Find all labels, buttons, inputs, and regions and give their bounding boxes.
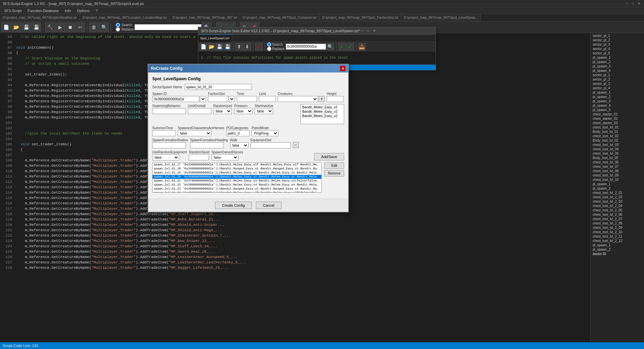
sidebar-item[interactable]: pl_spawn_3	[591, 99, 643, 103]
limit-overall-input[interactable]	[188, 108, 211, 114]
tab-map997[interactable]: D:\project_map_997\map_997\map_997.txt	[170, 14, 240, 21]
use-random-select[interactable]: falsetrue	[152, 154, 179, 160]
search-input[interactable]	[135, 24, 202, 30]
spawn-list-item[interactable]: spawn_lvl_01_21 '0x37000000000d1a'|||Ban…	[153, 179, 321, 183]
spawn-list-item[interactable]: spawn_lvl_01_24 '0x40000000000d1a'|||Ban…	[153, 191, 321, 193]
compile-button[interactable]: 🔨	[45, 22, 55, 32]
sidebar-item[interactable]: chest_starter_01	[591, 112, 643, 116]
faction-slot-dropdown[interactable]: ▼	[229, 96, 235, 102]
sidebar-item[interactable]: sector_pl_1	[591, 34, 643, 38]
sidebar-item[interactable]: pl_spawn_2	[591, 247, 643, 252]
inner-new[interactable]: 📄	[200, 43, 207, 50]
run-button[interactable]: ▶	[55, 22, 65, 32]
dialog-close-button[interactable]: ✕	[340, 66, 345, 71]
sidebar-item[interactable]: pl_spawn_4	[591, 68, 643, 73]
sidebar-item[interactable]: chest_starter_02	[591, 116, 643, 121]
new-file-button[interactable]: 📄	[1, 22, 11, 32]
undo-button[interactable]: ↩	[75, 22, 85, 32]
spawn-list-item-selected[interactable]: spawn_lvl_01_20 '0x36000000000d1a'|||Ban…	[153, 175, 321, 179]
sidebar-item[interactable]: chest_loot_lvl_05	[591, 151, 643, 156]
sector-spawn-name-input[interactable]	[185, 84, 252, 90]
delete-button[interactable]: 🗑	[89, 22, 99, 32]
sidebar-item[interactable]: chest_starter_03	[591, 121, 643, 125]
inner-open[interactable]: 📂	[208, 43, 215, 50]
sidebar-item[interactable]: pl_spawn_1	[591, 182, 643, 186]
sidebar-item[interactable]: sector_pl_1	[591, 73, 643, 77]
sidebar-item[interactable]: chest_loot_lvl_2_01	[591, 191, 643, 195]
inner-search-go[interactable]: 🔍	[327, 43, 334, 50]
sidebar-item[interactable]: sector_pl_4	[591, 86, 643, 90]
time-input[interactable]	[237, 96, 257, 102]
maximize-button[interactable]: □	[631, 1, 635, 6]
inner-maximize[interactable]: □	[366, 29, 371, 33]
sidebar-item[interactable]: chest_loot_lvl_2_04	[591, 204, 643, 208]
inner-check[interactable]: ✓	[338, 43, 346, 50]
spawn-list-item[interactable]: spawn_lvl_01_17 '0x33000000000d1a'|||Ban…	[153, 163, 321, 167]
inner-minimize[interactable]: ─	[360, 29, 365, 33]
edit-button[interactable]: Edit	[324, 162, 344, 169]
menu-function-database[interactable]: Function-Database	[25, 8, 61, 13]
sidebar-item[interactable]: Body_loot_lvl_01	[591, 130, 643, 134]
spawn-id-dropdown[interactable]: ▼	[200, 96, 206, 102]
sidebar-item[interactable]: chest_loot_lvl_2_08	[591, 221, 643, 226]
limit-input[interactable]	[259, 96, 276, 102]
sidebar-item[interactable]: chest_loot_lvl_06	[591, 160, 643, 164]
equipment-set-input[interactable]	[251, 142, 291, 148]
inner-save2[interactable]: 💾	[224, 43, 231, 50]
menu-sf3-script[interactable]: SF3-Script	[1, 8, 24, 13]
search-radio[interactable]	[116, 23, 120, 27]
inner-close[interactable]: ✕	[372, 29, 377, 33]
create-config-button[interactable]: Create Config	[215, 202, 252, 209]
save-all-button[interactable]: 💾	[32, 22, 41, 32]
formation-heading-input[interactable]	[190, 142, 224, 148]
sidebar-item[interactable]: chest_loot_lvl_2_11	[591, 234, 643, 239]
sidebar-item[interactable]: sector_pl_2	[591, 38, 643, 42]
sidebar-item[interactable]: chest_loot_lvl_02	[591, 134, 643, 138]
sidebar-item[interactable]: pl_spawn_2	[591, 186, 643, 191]
sidebar-item[interactable]: sector_pl_3	[591, 42, 643, 47]
creatures-dropdown[interactable]	[278, 96, 318, 102]
stop-button[interactable]: ⏹	[65, 22, 75, 32]
remove-button[interactable]: Remove	[324, 170, 344, 177]
tab-location[interactable]: D:\project_map_997\map_997\Location_Loca…	[80, 14, 170, 21]
inner-search-input[interactable]	[286, 44, 326, 50]
sidebar-item[interactable]: chest_loot_lvl_10	[591, 178, 643, 182]
menu-help[interactable]: ?	[93, 8, 100, 13]
sidebar-item[interactable]: chest_loot_lvl_08	[591, 169, 643, 173]
sidebar-item[interactable]: pl_spawn_5	[591, 108, 643, 112]
sidebar-item[interactable]: chest_loot_lvl_2_03	[591, 199, 643, 204]
tab-spot-container[interactable]: D:\project_map_997\map_997\Spot_Containe…	[240, 14, 320, 21]
spawn-list-item[interactable]: spawn_lvl_01_18 '0x34000000000d1a'|||Ban…	[153, 167, 321, 171]
random-seed-input[interactable]	[189, 154, 209, 160]
sidebar-item[interactable]: sector_pl_4	[591, 47, 643, 51]
patrol-select[interactable]: PingPongLoop	[252, 130, 278, 136]
sidebar-item[interactable]: Body_loot_lvl_02	[591, 138, 643, 143]
inner-save[interactable]: 💾	[216, 43, 223, 50]
sidebar-item[interactable]: chest_loot_lvl_2_05	[591, 208, 643, 212]
menu-info[interactable]: Info	[62, 8, 73, 13]
tab-spot-faction[interactable]: D:\project_map_997\map_997\Spot_FactionS…	[319, 14, 401, 21]
sidebar-item[interactable]: pl_spawn_1	[591, 243, 643, 247]
window-controls[interactable]: ─ □ ✕	[625, 1, 641, 6]
add-save-button[interactable]: Add/Save	[314, 153, 344, 160]
sidebar-item[interactable]: pl_spawn_2	[591, 95, 643, 99]
inner-export[interactable]: 📤	[358, 43, 366, 50]
summon-time-input[interactable]	[152, 130, 176, 136]
sidebar-item[interactable]: chest_loot_lvl_2_02	[591, 195, 643, 199]
sidebar-item[interactable]: chest_loot_lvl_09	[591, 173, 643, 178]
minimize-button[interactable]: ─	[625, 1, 629, 6]
open-button[interactable]: 📂	[11, 22, 21, 32]
spawn-list-item[interactable]: spawn_lvl_01_19 '0x35000000000d1a'|||Ban…	[153, 171, 321, 175]
sidebar-item[interactable]: sector DI	[591, 252, 643, 256]
sidebar-item[interactable]: chest_loot_lvl_2_10	[591, 230, 643, 234]
sidebar-item[interactable]: chest_loot_lvl_2_09	[591, 226, 643, 230]
spawn-list[interactable]: spawn_lvl_01_17 '0x33000000000d1a'|||Ban…	[152, 162, 322, 193]
formation-radius-input[interactable]	[152, 142, 186, 148]
inner-window-controls[interactable]: ─ □ ✕	[360, 29, 377, 33]
height-input[interactable]	[327, 96, 343, 102]
sidebar-item[interactable]: sector_pl_2	[591, 77, 643, 82]
inner-search-radio[interactable]	[267, 42, 271, 47]
walk-select[interactable]: falsetrue	[230, 142, 249, 148]
spawn-list-item[interactable]: spawn_lvl_01_22 '0x38000000000d1a'|||Ban…	[153, 183, 321, 187]
equipment-remove-button[interactable]: −	[293, 142, 299, 148]
